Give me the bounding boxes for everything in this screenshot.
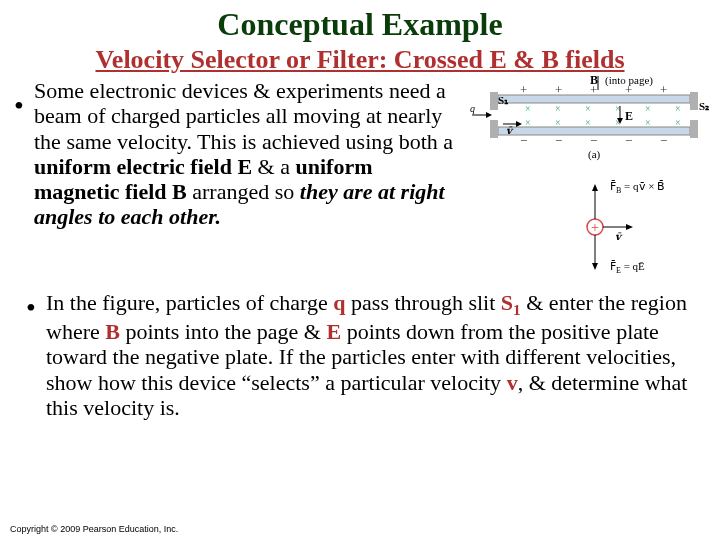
p2-B: B — [105, 319, 120, 344]
svg-text:+: + — [625, 82, 632, 97]
p2-s1: S1 — [501, 290, 521, 315]
fig-slit1 — [490, 92, 498, 110]
svg-text:+: + — [590, 82, 597, 97]
svg-marker-35 — [592, 263, 598, 270]
svg-text:−: − — [590, 133, 597, 148]
svg-marker-28 — [486, 112, 492, 118]
page-subtitle: Velocity Selector or Filter: Crossed E &… — [0, 45, 720, 75]
p2-E: E — [326, 319, 341, 344]
svg-text:×: × — [525, 117, 531, 128]
fig-fe: F̄E = qĒ — [610, 260, 645, 275]
bullet-icon: • — [14, 90, 24, 122]
svg-marker-33 — [592, 184, 598, 191]
svg-text:−: − — [520, 133, 527, 148]
svg-text:+: + — [520, 82, 527, 97]
svg-text:−: − — [660, 133, 667, 148]
copyright-footer: Copyright © 2009 Pearson Education, Inc. — [10, 524, 178, 534]
bullet-icon: • — [26, 292, 36, 324]
p1-text: Some electronic devices & experiments ne… — [34, 78, 453, 154]
svg-rect-24 — [690, 120, 698, 138]
svg-text:×: × — [555, 103, 561, 114]
figure-velocity-selector: B (into page) +++++ −−−−− ×××××× ×××××× … — [470, 72, 710, 277]
p1-em1: uniform electric field E — [34, 154, 252, 179]
fig-s2: S₂ — [699, 100, 709, 112]
svg-text:×: × — [555, 117, 561, 128]
svg-rect-23 — [490, 120, 498, 138]
svg-marker-30 — [516, 121, 522, 127]
svg-text:+: + — [591, 220, 599, 235]
p1-text: & a — [252, 154, 295, 179]
fig-slit2 — [690, 92, 698, 110]
svg-text:×: × — [525, 103, 531, 114]
svg-marker-37 — [626, 224, 633, 230]
svg-text:−: − — [555, 133, 562, 148]
svg-text:×: × — [585, 103, 591, 114]
paragraph-2: • In the figure, particles of charge q p… — [30, 290, 700, 420]
svg-text:v̄: v̄ — [615, 231, 623, 242]
p2-text: points into the page & — [120, 319, 327, 344]
fig-E: E — [625, 109, 633, 123]
svg-text:×: × — [585, 117, 591, 128]
svg-text:×: × — [675, 103, 681, 114]
p2-q: q — [333, 290, 345, 315]
svg-text:×: × — [675, 117, 681, 128]
paragraph-1: • Some electronic devices & experiments … — [18, 78, 463, 230]
fig-s1: S₁ — [498, 94, 509, 106]
fig-q: q — [470, 103, 475, 114]
svg-text:+: + — [660, 82, 667, 97]
svg-text:−: − — [625, 133, 632, 148]
svg-text:+: + — [555, 82, 562, 97]
svg-text:×: × — [645, 103, 651, 114]
p2-text: In the figure, particles of charge — [46, 290, 333, 315]
p2-text: pass through slit — [346, 290, 501, 315]
p2-v: v — [507, 370, 518, 395]
fig-fb: F̄B = qv̄ × B̄ — [610, 180, 665, 195]
fig-x-field: ×××××× ×××××× — [525, 103, 681, 128]
page-title: Conceptual Example — [0, 0, 720, 43]
fig-a: (a) — [588, 148, 601, 161]
svg-text:×: × — [645, 117, 651, 128]
p1-text: arranged so — [187, 179, 300, 204]
